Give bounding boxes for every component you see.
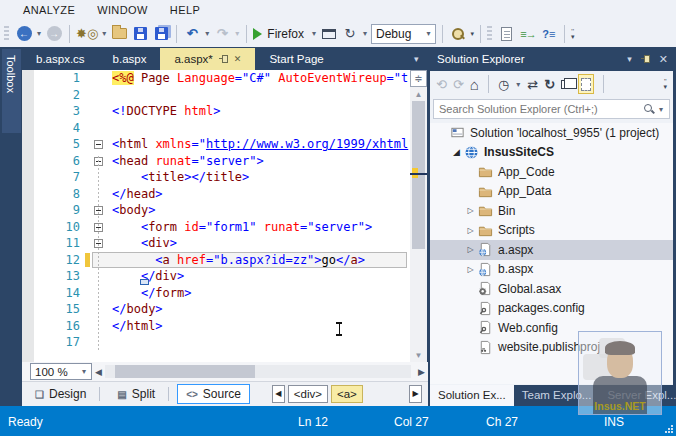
toolbar-drag-handle[interactable] (487, 26, 492, 42)
home-icon[interactable]: ⌂ (470, 76, 479, 93)
code-line-15[interactable]: 15</body> (22, 301, 410, 318)
tree-expander-icon[interactable]: ▷ (464, 226, 477, 235)
toolbar-overflow-button[interactable]: ▾ (470, 31, 474, 36)
tag-nav-left-button[interactable]: ◀ (272, 385, 285, 403)
code-line-7[interactable]: 7 <title></title> (22, 169, 410, 186)
tree-item-app-code[interactable]: App_Code (430, 162, 673, 182)
menu-item-help[interactable]: HELP (159, 0, 211, 20)
code-line-3[interactable]: 3<!DOCTYPE html> (22, 103, 410, 120)
tree-expander-icon[interactable]: ▷ (464, 245, 477, 254)
fold-collapse-icon[interactable] (94, 140, 103, 149)
scroll-left-icon[interactable]: ◀ (92, 367, 105, 377)
back-icon[interactable]: ⟲ (436, 77, 447, 92)
tree-item-packages-config[interactable]: packages.config (430, 299, 673, 319)
tree-item-a-aspx[interactable]: ▷a.aspx (430, 240, 673, 260)
browser-dropdown[interactable]: ▾ (311, 29, 317, 38)
code-line-17[interactable]: 17 (22, 334, 410, 351)
save-all-button[interactable] (152, 23, 170, 45)
close-tab-icon[interactable]: ✕ (234, 48, 242, 70)
redo-dropdown[interactable]: ▾ (234, 29, 240, 38)
close-icon[interactable]: ✕ (659, 48, 668, 71)
redo-button[interactable]: ↷ (213, 23, 231, 45)
editor-horizontal-scrollbar[interactable] (105, 365, 411, 378)
search-options-dropdown[interactable]: ▾ (658, 105, 664, 114)
pin-tab-icon[interactable] (219, 55, 228, 64)
forward-icon[interactable]: ⟳ (453, 77, 464, 92)
smart-tag-anchor[interactable] (140, 279, 149, 285)
search-solution-explorer-input[interactable]: Search Solution Explorer (Ctrl+;) ▾ (433, 99, 670, 119)
solution-explorer-title[interactable]: Solution Explorer ▾ ✕ (430, 48, 673, 71)
toolbar-overflow-button[interactable]: ''▾ (571, 29, 575, 39)
refresh-icon[interactable]: ↻ (544, 77, 555, 92)
navigate-back-dropdown[interactable]: ▾ (36, 29, 42, 38)
code-line-1[interactable]: 1<%@ Page Language="C#" AutoEventWireup=… (22, 70, 410, 87)
refresh-dropdown[interactable]: ▾ (362, 29, 368, 38)
undo-button[interactable]: ↶ (183, 23, 201, 45)
document-tab-StartPage[interactable]: Start Page (255, 48, 337, 70)
editor-vertical-scrollbar[interactable]: ≑ ▲ ▼ (410, 70, 427, 362)
code-line-13[interactable]: 13 </div> (22, 268, 410, 285)
code-line-12[interactable]: 12 <a href="b.aspx?id=zz">go</a> (22, 252, 410, 269)
document-tab-b.aspx.cs[interactable]: b.aspx.cs (22, 48, 99, 70)
split-view-button[interactable]: ▤Split (108, 384, 164, 404)
new-web-item-button[interactable]: ✸◎ (76, 23, 98, 45)
source-view-button[interactable]: <>Source (177, 384, 250, 404)
code-editor[interactable]: 1<%@ Page Language="C#" AutoEventWireup=… (22, 70, 410, 362)
refresh-browser-button[interactable]: ↻ (341, 23, 359, 45)
format-indent-button[interactable]: ≡→ (519, 23, 537, 45)
tree-item-app-data[interactable]: App_Data (430, 182, 673, 202)
tree-item-bin[interactable]: ▷Bin (430, 201, 673, 221)
document-tab-a.aspx[interactable]: a.aspx*✕ (160, 48, 255, 70)
tree-item-b-aspx[interactable]: ▷b.aspx (430, 260, 673, 280)
save-button[interactable] (131, 23, 149, 45)
tree-expander-icon[interactable]: ▷ (464, 265, 477, 274)
menu-item-window[interactable]: WINDOW (86, 0, 159, 20)
scroll-up-icon[interactable]: ▲ (410, 88, 427, 101)
code-line-5[interactable]: 5<html xmlns="http://www.w3.org/1999/xht… (22, 136, 410, 153)
new-item-dropdown[interactable]: ▾ (101, 29, 107, 38)
tree-expander-icon[interactable]: ▷ (464, 206, 477, 215)
tag-path-item[interactable]: <a> (331, 385, 363, 403)
comment-lines-button[interactable]: ?≡ (540, 23, 558, 45)
filter-dropdown[interactable]: ▾ (515, 80, 521, 89)
resize-grip[interactable] (664, 424, 674, 434)
code-line-4[interactable]: 4 (22, 120, 410, 137)
panel-overflow-button[interactable]: ''▾ (663, 79, 667, 89)
editor-splitter-handle[interactable]: ≑ (410, 70, 427, 87)
undo-dropdown[interactable]: ▾ (204, 29, 210, 38)
window-position-icon[interactable]: ▾ (627, 48, 632, 71)
code-line-14[interactable]: 14 </form> (22, 285, 410, 302)
tool-window-tab-solution-ex[interactable]: Solution Ex... (430, 385, 514, 406)
code-line-9[interactable]: 9<body> (22, 202, 410, 219)
scrollbar-thumb[interactable] (115, 365, 255, 378)
find-in-files-button[interactable] (449, 23, 467, 45)
open-file-button[interactable] (110, 23, 128, 45)
show-all-files-button[interactable] (578, 74, 594, 94)
code-line-10[interactable]: 10 <form id="form1" runat="server"> (22, 219, 410, 236)
tag-path-item[interactable]: <div> (288, 385, 328, 403)
tree-item-solution-localhost-9955-1-project[interactable]: Solution 'localhost_9955' (1 project) (430, 123, 673, 143)
code-line-2[interactable]: 2 (22, 87, 410, 104)
scroll-down-icon[interactable]: ▼ (410, 349, 427, 362)
scroll-right-icon[interactable]: ▶ (415, 367, 428, 377)
pin-icon[interactable] (641, 55, 650, 64)
tree-item-scripts[interactable]: ▷Scripts (430, 221, 673, 241)
navigate-forward-button[interactable]: → (45, 23, 63, 45)
solution-configuration-combo[interactable]: Debug ▾ (371, 24, 436, 44)
pending-changes-filter-icon[interactable]: ◷ (498, 77, 509, 92)
attach-to-process-button[interactable] (320, 23, 338, 45)
tree-expander-icon[interactable]: ◢ (450, 147, 463, 157)
document-outline-button[interactable] (498, 23, 516, 45)
code-line-11[interactable]: 11 <div> (22, 235, 410, 252)
sync-with-active-document-icon[interactable]: ⇄ (527, 77, 538, 92)
code-line-16[interactable]: 16</html> (22, 318, 410, 335)
start-debug-button[interactable]: Firefox (253, 23, 308, 45)
code-line-8[interactable]: 8</head> (22, 186, 410, 203)
document-tab-b.aspx[interactable]: b.aspx (99, 48, 161, 70)
collapse-all-icon[interactable] (561, 80, 572, 89)
design-view-button[interactable]: ❏Design (26, 384, 95, 404)
editor-zoom-combo[interactable]: 100 % ▾ (30, 363, 92, 380)
toolbar-drag-handle[interactable] (4, 26, 9, 42)
menu-item-analyze[interactable]: ANALYZE (12, 0, 86, 20)
toolbox-tab[interactable]: Toolbox (2, 49, 21, 133)
